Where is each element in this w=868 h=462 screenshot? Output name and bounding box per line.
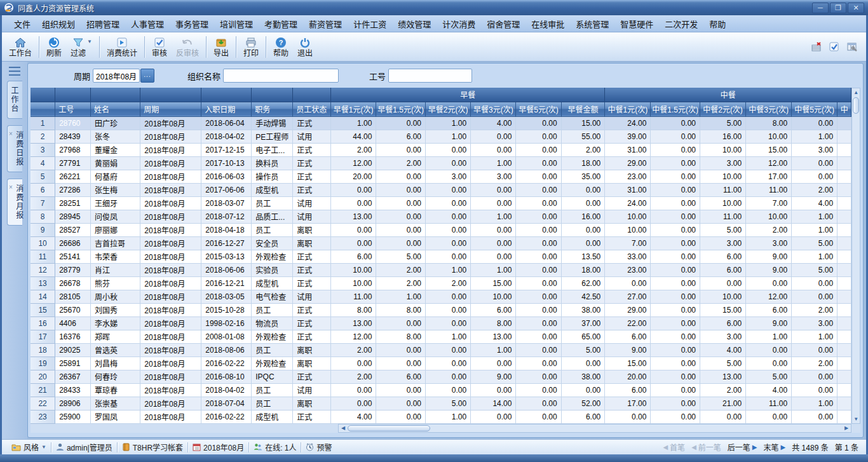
grid-cell[interactable]: 0.00	[651, 316, 700, 330]
grid-cell[interactable]: 王细牙	[91, 196, 140, 210]
column-header[interactable]: 中餐1元(次)	[605, 102, 651, 116]
grid-cell[interactable]: 2018-07-04	[201, 397, 252, 410]
grid-cell[interactable]: 2018-04-02	[201, 130, 252, 143]
grid-cell[interactable]: 8.00	[746, 116, 792, 130]
horizontal-scrollbar[interactable]: ◀ ▶	[338, 424, 851, 433]
grid-cell[interactable]: 0.00	[516, 276, 561, 290]
column-header[interactable]: 中餐2元(次)	[700, 102, 746, 116]
column-header[interactable]: 中餐3元(次)	[746, 102, 792, 116]
grid-cell[interactable]: 5.00	[700, 357, 746, 370]
grid-cell[interactable]: 试用	[293, 196, 331, 210]
grid-cell[interactable]: 0.00	[516, 183, 561, 196]
grid-cell[interactable]: 1.00	[331, 116, 376, 130]
grid-cell[interactable]: 25141	[55, 250, 91, 263]
horizontal-scroll-thumb[interactable]	[348, 425, 430, 431]
online-count[interactable]: 在线: 1人	[249, 440, 301, 454]
column-header[interactable]: 职务	[252, 102, 293, 116]
grid-cell[interactable]: 28433	[55, 383, 91, 397]
grid-cell[interactable]: 1.00	[426, 130, 471, 143]
grid-cell[interactable]: 3.00	[471, 170, 516, 183]
grid-cell[interactable]: 1.00	[426, 263, 471, 276]
grid-cell[interactable]: 0.00	[376, 236, 426, 250]
grid-cell[interactable]: 42.50	[561, 290, 605, 303]
grid-cell[interactable]: 0.00	[376, 183, 426, 196]
grid-cell[interactable]: 1.00	[471, 263, 516, 276]
grid-cell[interactable]: 0.00	[561, 183, 605, 196]
grid-cell[interactable]: 2017-12-15	[201, 143, 252, 156]
grid-cell[interactable]: 2018年08月	[140, 357, 201, 370]
grid-cell[interactable]: 0.00	[426, 156, 471, 170]
grid-cell[interactable]: 何基府	[91, 170, 140, 183]
grid-cell[interactable]: 0.00	[376, 196, 426, 210]
grid-cell[interactable]: 0.00	[561, 196, 605, 210]
menu-item[interactable]: 宿舍管理	[481, 16, 526, 32]
grid-cell[interactable]: 员工	[252, 343, 293, 357]
grid-cell[interactable]	[837, 290, 851, 303]
grid-cell[interactable]: 0.00	[426, 357, 471, 370]
grid-cell[interactable]: 0.00	[331, 236, 376, 250]
column-header[interactable]: 工号	[55, 102, 91, 116]
grid-cell[interactable]: 10.00	[605, 210, 651, 223]
row-indicator[interactable]: 16	[31, 316, 55, 330]
grid-cell[interactable]: 员工	[252, 223, 293, 236]
grid-cell[interactable]: 17.00	[746, 170, 792, 183]
grid-cell[interactable]: 0.00	[376, 410, 426, 423]
grid-cell[interactable]: 3.00	[746, 236, 792, 250]
grid-cell[interactable]: 12.00	[331, 330, 376, 343]
grid-cell[interactable]	[837, 223, 851, 236]
grid-cell[interactable]	[837, 116, 851, 130]
grid-cell[interactable]: 10.00	[700, 170, 746, 183]
grid-cell[interactable]: 16376	[55, 330, 91, 343]
grid-cell[interactable]: 0.00	[426, 303, 471, 316]
grid-cell[interactable]: 0.00	[651, 116, 700, 130]
row-indicator[interactable]: 23	[31, 410, 55, 423]
grid-cell[interactable]: 0.00	[376, 316, 426, 330]
grid-cell[interactable]: 2018年08月	[140, 210, 201, 223]
style-selector[interactable]: 风格 ▼	[7, 440, 51, 454]
grid-cell[interactable]: 0.00	[471, 196, 516, 210]
grid-cell[interactable]: 0.00	[426, 223, 471, 236]
grid-cell[interactable]: 18.00	[561, 156, 605, 170]
grid-cell[interactable]: 员工	[252, 383, 293, 397]
grid-cell[interactable]: 27968	[55, 143, 91, 156]
row-indicator[interactable]: 18	[31, 343, 55, 357]
grid-cell[interactable]: 8.00	[471, 316, 516, 330]
grid-cell[interactable]: 品质工...	[252, 210, 293, 223]
grid-cell[interactable]: 0.00	[651, 357, 700, 370]
grid-cell[interactable]: 10.00	[700, 290, 746, 303]
grid-cell[interactable]: 1.00	[792, 330, 837, 343]
grid-cell[interactable]: 1.00	[792, 223, 837, 236]
close-button[interactable]: ✕	[848, 3, 864, 13]
grid-cell[interactable]: 6.00	[376, 370, 426, 383]
grid-cell[interactable]: 7.00	[605, 236, 651, 250]
grid-cell[interactable]: 14.00	[471, 397, 516, 410]
grid-cell[interactable]: 10.00	[331, 263, 376, 276]
help-button[interactable]: ? 帮助	[269, 35, 293, 59]
grid-cell[interactable]: 0.00	[651, 370, 700, 383]
grid-cell[interactable]: 0.00	[651, 196, 700, 210]
grid-cell[interactable]: 28779	[55, 263, 91, 276]
grid-cell[interactable]: 0.00	[471, 236, 516, 250]
grid-cell[interactable]: 6.00	[700, 250, 746, 263]
grid-cell[interactable]: 2018年08月	[140, 303, 201, 316]
grid-cell[interactable]: 2018-04-18	[201, 223, 252, 236]
menu-item[interactable]: 培训管理	[214, 16, 259, 32]
grid-cell[interactable]: 6.00	[471, 303, 516, 316]
grid-cell[interactable]: 28439	[55, 130, 91, 143]
grid-cell[interactable]	[837, 170, 851, 183]
grid-cell[interactable]: 0.00	[651, 143, 700, 156]
grid-cell[interactable]: 0.00	[651, 343, 700, 357]
grid-cell[interactable]: 0.00	[651, 397, 700, 410]
grid-cell[interactable]: 2018年08月	[140, 410, 201, 423]
grid-cell[interactable]: 0.00	[746, 276, 792, 290]
grid-cell[interactable]: 正式	[293, 410, 331, 423]
grid-cell[interactable]: 2.00	[746, 223, 792, 236]
grid-cell[interactable]: 1.00	[792, 210, 837, 223]
grid-cell[interactable]	[837, 250, 851, 263]
consume-stats-button[interactable]: 消费统计	[102, 35, 142, 59]
grid-cell[interactable]: 1.00	[471, 156, 516, 170]
grid-cell[interactable]: 2018-08-06	[201, 343, 252, 357]
grid-cell[interactable]: 0.00	[651, 236, 700, 250]
grid-cell[interactable]: 0.00	[516, 263, 561, 276]
grid-cell[interactable]	[837, 196, 851, 210]
